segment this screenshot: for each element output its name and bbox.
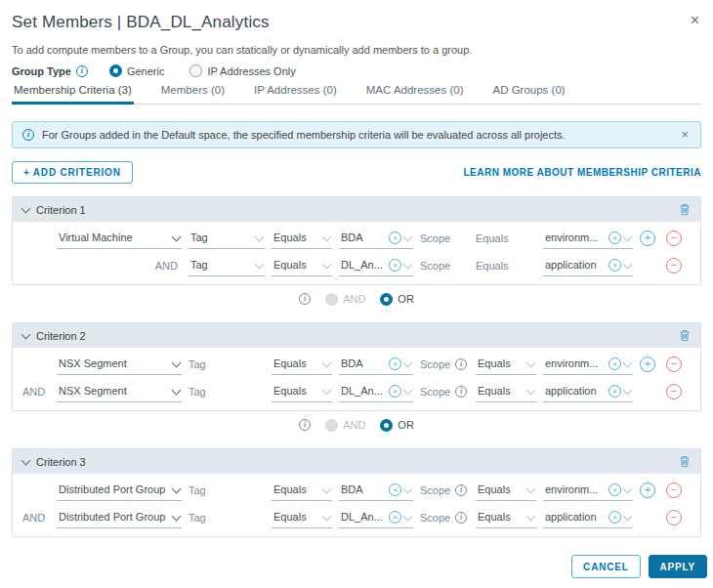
scope-info-icon[interactable]: i (455, 484, 467, 496)
scope-value-field[interactable]: environm... × (543, 228, 633, 249)
radio-ip-addresses-only[interactable]: IP Addresses Only (189, 64, 295, 77)
radio-checked-icon[interactable] (380, 293, 393, 306)
scope-operator-select[interactable]: Equals (476, 507, 536, 528)
entity-select[interactable]: NSX Segment (57, 381, 182, 402)
tag-value-field[interactable]: BDA × (339, 354, 413, 375)
scope-value-field[interactable]: application × (543, 381, 633, 402)
remove-expression-icon[interactable]: − (666, 258, 682, 273)
delete-criterion-1-icon[interactable] (679, 203, 691, 216)
clear-tag-icon[interactable]: × (389, 483, 401, 496)
tab-ad-groups[interactable]: AD Groups (0) (490, 84, 566, 105)
operator-select[interactable]: Equals (272, 228, 332, 249)
scope-label: Scope (420, 260, 469, 272)
radio-disabled-icon (325, 293, 338, 306)
operator-select[interactable]: Equals (272, 507, 332, 528)
scope-info-icon[interactable]: i (455, 512, 467, 524)
tab-members[interactable]: Members (0) (159, 84, 227, 105)
scope-info-icon[interactable]: i (455, 358, 467, 370)
entity-select[interactable]: NSX Segment (57, 354, 182, 375)
remove-expression-icon[interactable]: − (666, 483, 682, 498)
clear-scope-icon[interactable]: × (608, 483, 621, 496)
tag-value-field[interactable]: DL_An... × (339, 381, 413, 402)
scope-value-field[interactable]: application × (543, 507, 633, 528)
property-select[interactable]: Tag (189, 255, 265, 276)
entity-select[interactable]: Distributed Port Group (57, 480, 182, 501)
radio-unchecked-icon[interactable] (189, 64, 202, 77)
clear-tag-icon[interactable]: × (389, 385, 401, 398)
scope-operator-select[interactable]: Equals (476, 381, 536, 402)
banner-close-icon[interactable]: × (679, 127, 691, 143)
remove-expression-icon[interactable]: − (666, 357, 682, 372)
clear-tag-icon[interactable]: × (389, 511, 401, 524)
tag-value: DL_An... (341, 385, 386, 397)
scope-info-icon[interactable]: i (455, 386, 467, 398)
add-expression-icon[interactable]: + (640, 483, 655, 498)
radio-checked-icon[interactable] (109, 64, 122, 77)
add-expression-icon[interactable]: + (640, 357, 655, 372)
scope-operator-select[interactable]: Equals (476, 480, 536, 501)
criterion-2-header[interactable]: Criterion 2 (13, 323, 700, 348)
criterion-3-row-1: Distributed Port Group Tag Equals BDA × … (22, 477, 691, 504)
delete-criterion-3-icon[interactable] (679, 455, 691, 468)
tag-value-field[interactable]: BDA × (339, 480, 413, 501)
clear-tag-icon[interactable]: × (389, 357, 401, 370)
connector-or-option[interactable]: OR (380, 419, 414, 432)
criterion-3-header[interactable]: Criterion 3 (13, 449, 700, 474)
operator-select[interactable]: Equals (272, 480, 332, 501)
clear-scope-icon[interactable]: × (608, 259, 621, 272)
clear-scope-icon[interactable]: × (608, 231, 621, 244)
tag-value: BDA (341, 483, 386, 495)
criterion-3-title: Criterion 3 (36, 456, 86, 468)
entity-select[interactable]: Virtual Machine (57, 228, 182, 249)
scope-value: environm... (545, 483, 606, 495)
remove-expression-icon[interactable]: − (666, 231, 682, 246)
scope-operator-value: Equals (478, 511, 524, 523)
clear-scope-icon[interactable]: × (608, 357, 621, 370)
scope-operator-value: Equals (478, 385, 524, 397)
operator-select[interactable]: Equals (272, 381, 332, 402)
radio-checked-icon[interactable] (380, 419, 393, 432)
add-expression-icon[interactable]: + (640, 231, 655, 246)
clear-tag-icon[interactable]: × (389, 231, 401, 244)
scope-value-field[interactable]: application × (543, 255, 633, 276)
tab-mac-addresses[interactable]: MAC Addresses (0) (364, 84, 466, 105)
operator-select[interactable]: Equals (272, 255, 332, 276)
clear-scope-icon[interactable]: × (608, 385, 621, 398)
connector-or-option[interactable]: OR (380, 293, 414, 306)
tab-membership-criteria[interactable]: Membership Criteria (3) (12, 84, 134, 105)
tag-value-field[interactable]: DL_An... × (339, 255, 413, 276)
scope-label-text: Scope (420, 232, 450, 244)
scope-operator-select[interactable]: Equals (476, 354, 536, 375)
tab-ip-addresses[interactable]: IP Addresses (0) (252, 84, 339, 105)
scope-value-field[interactable]: environm... × (543, 480, 633, 501)
scope-label: Scope i (420, 484, 469, 496)
entity-select[interactable]: Distributed Port Group (57, 507, 182, 528)
scope-value-field[interactable]: environm... × (543, 354, 633, 375)
tag-value-field[interactable]: DL_An... × (339, 507, 413, 528)
learn-more-link[interactable]: LEARN MORE ABOUT MEMBERSHIP CRITERIA (463, 167, 701, 178)
connector-and-option[interactable]: AND (325, 419, 365, 432)
clear-scope-icon[interactable]: × (608, 511, 621, 524)
remove-expression-icon[interactable]: − (666, 384, 682, 399)
connector-info-icon[interactable]: i (299, 293, 311, 305)
property-select[interactable]: Tag (189, 228, 265, 249)
close-icon[interactable]: × (689, 13, 701, 28)
intro-text: To add compute members to a Group, you c… (12, 44, 701, 56)
radio-generic[interactable]: Generic (109, 64, 165, 77)
tag-value-field[interactable]: BDA × (339, 228, 413, 249)
clear-tag-icon[interactable]: × (389, 259, 401, 272)
criterion-1-header[interactable]: Criterion 1 (13, 197, 700, 222)
cancel-button[interactable]: CANCEL (571, 555, 640, 578)
delete-criterion-2-icon[interactable] (679, 329, 691, 342)
add-criterion-button[interactable]: + ADD CRITERION (12, 161, 133, 184)
connector-and-option[interactable]: AND (325, 293, 365, 306)
remove-expression-icon[interactable]: − (666, 510, 682, 525)
operator-select[interactable]: Equals (272, 354, 332, 375)
chevron-down-icon (623, 483, 633, 493)
info-banner-text: For Groups added in the Default space, t… (42, 129, 671, 141)
group-type-label: Group Type (12, 65, 71, 77)
scope-label: Scope i (420, 512, 469, 524)
group-type-info-icon[interactable]: i (76, 65, 88, 77)
connector-info-icon[interactable]: i (299, 419, 311, 431)
apply-button[interactable]: APPLY (649, 555, 707, 578)
